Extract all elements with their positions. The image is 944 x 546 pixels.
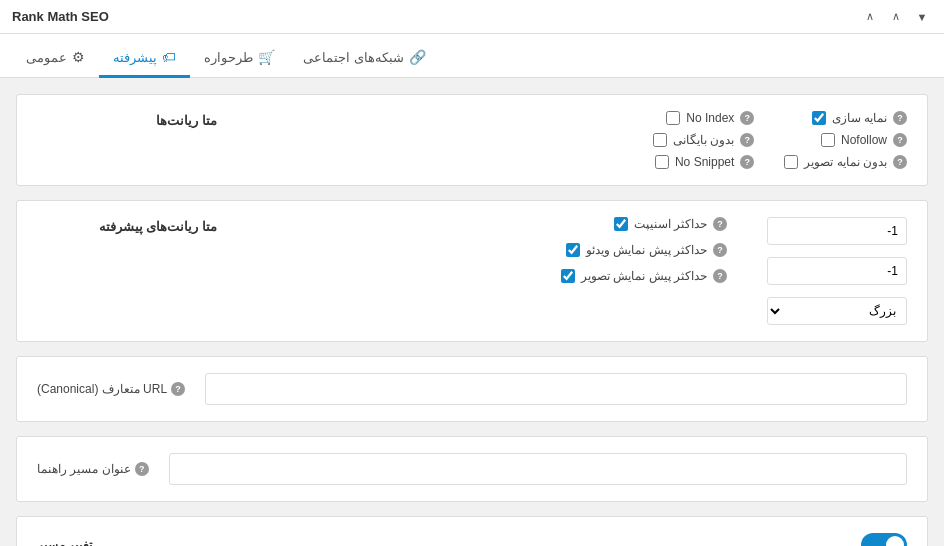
meta-col-right: ? نمایه سازی ? Nofollow ? بدون نمایه تصو… bbox=[784, 111, 907, 169]
help-max-image-icon[interactable]: ? bbox=[713, 269, 727, 283]
tab-schema-label: طرحواره bbox=[204, 50, 253, 65]
checkbox-max-snippet: ? حداکثر اسنیپت bbox=[561, 217, 727, 231]
redirect-toggle[interactable] bbox=[861, 533, 907, 546]
meta-section-title: متا ریانت‌ها bbox=[156, 113, 217, 128]
help-namayeh-sazi-icon[interactable]: ? bbox=[893, 111, 907, 125]
max-video-input[interactable] bbox=[767, 257, 907, 285]
max-video-checkbox[interactable] bbox=[566, 243, 580, 257]
arrow-up-btn[interactable]: ∧ bbox=[886, 7, 906, 27]
meta-row-1: ? نمایه سازی ? Nofollow ? بدون نمایه تصو… bbox=[217, 111, 907, 169]
max-image-select[interactable]: بزرگ متوسط کوچک bbox=[767, 297, 907, 325]
app-title: Rank Math SEO bbox=[12, 9, 109, 24]
breadcrumb-title-input[interactable] bbox=[169, 453, 907, 485]
url-section: ? URL متعارف (Canonical) bbox=[16, 356, 928, 422]
meta-section: ? نمایه سازی ? Nofollow ? بدون نمایه تصو… bbox=[16, 94, 928, 186]
nofollow-label: Nofollow bbox=[841, 133, 887, 147]
meta-col-left: ? No Index ? بدون بایگانی ? No Snippet bbox=[653, 111, 754, 169]
snippet-input-row bbox=[767, 217, 907, 245]
tab-schema[interactable]: 🛒 طرحواره bbox=[190, 39, 289, 78]
image-select-row: بزرگ متوسط کوچک bbox=[767, 297, 907, 325]
url-label-text: URL متعارف (Canonical) bbox=[37, 382, 167, 396]
no-archive-label: بدون بایگانی bbox=[673, 133, 734, 147]
max-image-label: حداکثر پیش نمایش تصویر bbox=[581, 269, 707, 283]
help-breadcrumb-icon[interactable]: ? bbox=[135, 462, 149, 476]
tabs-bar: ⚙ عمومی 🏷 پیشرفته 🛒 طرحواره 🔗 شبکه‌های ا… bbox=[0, 34, 944, 78]
main-content: ? نمایه سازی ? Nofollow ? بدون نمایه تصو… bbox=[0, 78, 944, 546]
checkbox-no-index: ? No Index bbox=[653, 111, 754, 125]
arrow-down-btn[interactable]: ▼ bbox=[912, 7, 932, 27]
no-image-checkbox[interactable] bbox=[784, 155, 798, 169]
schema-icon: 🛒 bbox=[258, 49, 275, 65]
max-snippet-label: حداکثر اسنیپت bbox=[634, 217, 707, 231]
tag-icon: 🏷 bbox=[162, 49, 176, 65]
checkbox-no-image: ? بدون نمایه تصویر bbox=[784, 155, 907, 169]
checkbox-namayeh-sazi: ? نمایه سازی bbox=[784, 111, 907, 125]
no-image-label: بدون نمایه تصویر bbox=[804, 155, 887, 169]
no-archive-checkbox[interactable] bbox=[653, 133, 667, 147]
meta-section-header: متا ریانت‌ها bbox=[37, 111, 217, 128]
help-no-index-icon[interactable]: ? bbox=[740, 111, 754, 125]
tab-general[interactable]: ⚙ عمومی bbox=[12, 39, 99, 78]
arrow-up2-btn[interactable]: ∧ bbox=[860, 7, 880, 27]
toggle-section: تغییر مسیر bbox=[16, 516, 928, 546]
tab-advanced-label: پیشرفته bbox=[113, 50, 157, 65]
redirect-label: تغییر مسیر bbox=[37, 538, 92, 546]
checkbox-max-image: ? حداکثر پیش نمایش تصویر bbox=[561, 269, 727, 283]
checkbox-nofollow: ? Nofollow bbox=[784, 133, 907, 147]
max-snippet-input[interactable] bbox=[767, 217, 907, 245]
breadcrumb-label-text: عنوان مسیر راهنما bbox=[37, 462, 131, 476]
advanced-meta-section-header: متا ریانت‌های پیشرفته bbox=[37, 217, 217, 234]
namayeh-sazi-label: نمایه سازی bbox=[832, 111, 887, 125]
breadcrumb-label-wrapper: ? عنوان مسیر راهنما bbox=[37, 462, 149, 476]
checkbox-no-archive: ? بدون بایگانی bbox=[653, 133, 754, 147]
max-image-checkbox[interactable] bbox=[561, 269, 575, 283]
no-snippet-label: No Snippet bbox=[675, 155, 734, 169]
top-bar: ▼ ∧ ∧ Rank Math SEO bbox=[0, 0, 944, 34]
url-label-wrapper: ? URL متعارف (Canonical) bbox=[37, 382, 185, 396]
max-snippet-checkbox[interactable] bbox=[614, 217, 628, 231]
tab-social[interactable]: 🔗 شبکه‌های اجتماعی bbox=[289, 39, 440, 78]
video-input-row bbox=[767, 257, 907, 285]
help-max-video-icon[interactable]: ? bbox=[713, 243, 727, 257]
help-no-image-icon[interactable]: ? bbox=[893, 155, 907, 169]
adv-checkboxes-col: ? حداکثر اسنیپت ? حداکثر پیش نمایش ویدئو… bbox=[561, 217, 727, 325]
top-bar-nav: ▼ ∧ ∧ bbox=[860, 7, 932, 27]
no-index-label: No Index bbox=[686, 111, 734, 125]
adv-inputs-col: بزرگ متوسط کوچک bbox=[767, 217, 907, 325]
breadcrumb-section: ? عنوان مسیر راهنما bbox=[16, 436, 928, 502]
checkbox-no-snippet: ? No Snippet bbox=[653, 155, 754, 169]
advanced-meta-section: بزرگ متوسط کوچک ? حداکثر اسنیپت ? حداکثر… bbox=[16, 200, 928, 342]
help-max-snippet-icon[interactable]: ? bbox=[713, 217, 727, 231]
advanced-meta-content: بزرگ متوسط کوچک ? حداکثر اسنیپت ? حداکثر… bbox=[217, 217, 907, 325]
canonical-url-input[interactable] bbox=[205, 373, 907, 405]
gear-icon: ⚙ bbox=[72, 49, 85, 65]
max-video-label: حداکثر پیش نمایش ویدئو bbox=[586, 243, 707, 257]
namayeh-sazi-checkbox[interactable] bbox=[812, 111, 826, 125]
social-icon: 🔗 bbox=[409, 49, 426, 65]
no-snippet-checkbox[interactable] bbox=[655, 155, 669, 169]
help-url-icon[interactable]: ? bbox=[171, 382, 185, 396]
help-nofollow-icon[interactable]: ? bbox=[893, 133, 907, 147]
tab-advanced[interactable]: 🏷 پیشرفته bbox=[99, 39, 190, 78]
help-no-snippet-icon[interactable]: ? bbox=[740, 155, 754, 169]
nofollow-checkbox[interactable] bbox=[821, 133, 835, 147]
checkbox-max-video: ? حداکثر پیش نمایش ویدئو bbox=[561, 243, 727, 257]
help-no-archive-icon[interactable]: ? bbox=[740, 133, 754, 147]
no-index-checkbox[interactable] bbox=[666, 111, 680, 125]
advanced-meta-section-title: متا ریانت‌های پیشرفته bbox=[99, 219, 217, 234]
tab-social-label: شبکه‌های اجتماعی bbox=[303, 50, 404, 65]
toggle-slider bbox=[861, 533, 907, 546]
meta-checkboxes: ? نمایه سازی ? Nofollow ? بدون نمایه تصو… bbox=[217, 111, 907, 169]
tab-general-label: عمومی bbox=[26, 50, 67, 65]
